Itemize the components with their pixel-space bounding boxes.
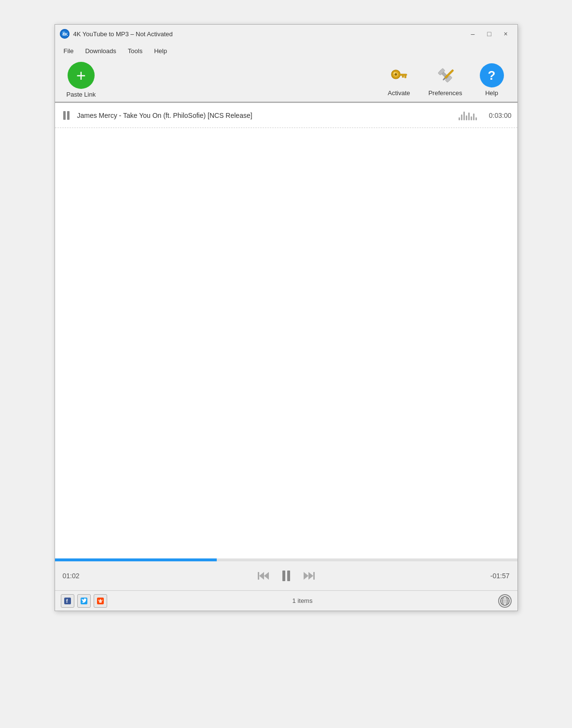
items-count: 1 items bbox=[107, 597, 498, 604]
status-bar-right bbox=[498, 594, 512, 608]
svg-rect-8 bbox=[405, 76, 406, 78]
svg-point-6 bbox=[395, 73, 397, 76]
progress-bar-area[interactable] bbox=[55, 558, 517, 561]
svg-point-21 bbox=[99, 600, 99, 601]
reddit-icon[interactable] bbox=[94, 594, 107, 608]
preferences-label: Preferences bbox=[428, 89, 462, 97]
app-icon: 4K bbox=[60, 29, 70, 39]
minimize-button[interactable]: – bbox=[466, 29, 480, 39]
paste-link-icon: + bbox=[68, 62, 95, 89]
playback-controls: 01:02 bbox=[55, 561, 517, 590]
menu-help[interactable]: Help bbox=[149, 45, 172, 57]
toolbar: + Paste Link bbox=[55, 58, 517, 102]
title-bar-left: 4K 4K YouTube to MP3 – Not Activated bbox=[60, 29, 173, 39]
rewind-icon bbox=[258, 572, 269, 580]
fast-forward-button[interactable] bbox=[302, 570, 317, 582]
help-button[interactable]: ? Help bbox=[472, 61, 512, 99]
pause-play-icon bbox=[282, 571, 290, 581]
pause-icon bbox=[63, 111, 70, 120]
svg-rect-7 bbox=[399, 74, 407, 76]
activate-button[interactable]: Activate bbox=[379, 61, 419, 99]
menu-tools[interactable]: Tools bbox=[123, 45, 147, 57]
waveform-icon bbox=[459, 111, 477, 120]
help-icon: ? bbox=[480, 63, 504, 87]
remaining-time: -01:57 bbox=[486, 572, 510, 580]
downloads-area: James Mercy - Take You On (ft. PhiloSofi… bbox=[55, 102, 517, 558]
download-title: James Mercy - Take You On (ft. PhiloSofi… bbox=[77, 112, 459, 119]
close-button[interactable]: × bbox=[499, 29, 513, 39]
menu-downloads[interactable]: Downloads bbox=[80, 45, 121, 57]
maximize-button[interactable]: □ bbox=[483, 29, 496, 39]
title-bar: 4K 4K YouTube to MP3 – Not Activated – □… bbox=[55, 25, 517, 43]
download-item[interactable]: James Mercy - Take You On (ft. PhiloSofi… bbox=[55, 103, 517, 128]
paste-link-label: Paste Link bbox=[67, 91, 96, 98]
facebook-icon[interactable]: f bbox=[61, 594, 74, 608]
toolbar-right: Activate bbox=[379, 61, 511, 99]
playback-buttons bbox=[256, 567, 317, 585]
pause-indicator bbox=[61, 111, 72, 120]
svg-rect-9 bbox=[402, 76, 404, 78]
status-bar-left: f bbox=[61, 594, 107, 608]
paste-link-button[interactable]: + Paste Link bbox=[61, 60, 102, 100]
current-time: 01:02 bbox=[63, 572, 87, 580]
menu-file[interactable]: File bbox=[59, 45, 79, 57]
toolbar-left: + Paste Link bbox=[61, 60, 102, 100]
window-title: 4K YouTube to MP3 – Not Activated bbox=[73, 30, 173, 38]
key-icon bbox=[387, 63, 411, 87]
preferences-button[interactable]: Preferences bbox=[420, 61, 470, 99]
download-duration: 0:03:00 bbox=[483, 112, 512, 119]
help-label: Help bbox=[485, 89, 498, 97]
status-bar: f bbox=[55, 590, 517, 611]
wrench-icon bbox=[433, 63, 457, 87]
app-window: 4K 4K YouTube to MP3 – Not Activated – □… bbox=[55, 24, 518, 611]
svg-text:4K: 4K bbox=[62, 32, 68, 37]
rewind-button[interactable] bbox=[256, 570, 271, 582]
progress-fill bbox=[55, 558, 217, 561]
title-controls: – □ × bbox=[466, 29, 513, 39]
pause-play-button[interactable] bbox=[278, 567, 295, 585]
globe-icon[interactable] bbox=[498, 594, 512, 608]
twitter-icon[interactable] bbox=[77, 594, 91, 608]
svg-point-22 bbox=[100, 600, 101, 601]
svg-point-25 bbox=[101, 600, 102, 600]
fast-forward-icon bbox=[304, 572, 315, 580]
download-item-right: 0:03:00 bbox=[459, 111, 512, 120]
menu-bar: File Downloads Tools Help bbox=[55, 43, 517, 58]
svg-point-26 bbox=[98, 600, 99, 600]
activate-label: Activate bbox=[388, 89, 410, 97]
svg-point-23 bbox=[100, 599, 101, 600]
